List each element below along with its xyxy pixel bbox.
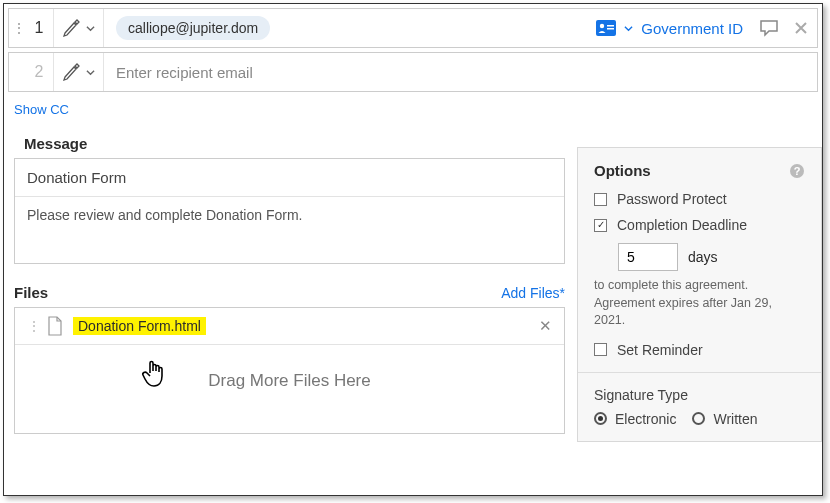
svg-text:?: ? (794, 165, 801, 177)
remove-recipient-icon[interactable] (785, 21, 817, 35)
drop-zone[interactable]: Drag More Files Here (15, 345, 564, 433)
set-reminder-option[interactable]: Set Reminder (594, 342, 805, 358)
show-cc-link[interactable]: Show CC (14, 102, 822, 117)
help-icon[interactable]: ? (789, 163, 805, 179)
divider (578, 372, 821, 373)
remove-file-icon[interactable]: ✕ (539, 317, 552, 335)
days-input[interactable] (618, 243, 678, 271)
file-icon (47, 316, 63, 336)
drag-handle-icon[interactable]: ⋮ (27, 318, 41, 334)
svg-rect-3 (607, 28, 614, 30)
checkbox-icon[interactable] (594, 193, 607, 206)
add-files-link[interactable]: Add Files* (501, 285, 565, 301)
drag-handle-icon[interactable]: ⋮ (9, 20, 25, 36)
chevron-down-icon (624, 24, 633, 33)
signature-type-label: Signature Type (594, 387, 805, 403)
email-pill[interactable]: calliope@jupiter.dom (116, 16, 270, 40)
files-box: ⋮ Donation Form.html ✕ Drag More Files H… (14, 307, 565, 434)
recipient-email-field[interactable]: Enter recipient email (104, 64, 817, 81)
radio-electronic[interactable] (594, 412, 607, 425)
recipient-number: 1 (25, 19, 53, 37)
svg-point-1 (600, 24, 604, 28)
deadline-hint-1: to complete this agreement. (594, 277, 805, 295)
checkbox-checked-icon[interactable] (594, 219, 607, 232)
pen-icon (62, 18, 82, 38)
signer-role-dropdown[interactable] (53, 53, 104, 91)
deadline-hint-2: Agreement expires after Jan 29, 2021. (594, 295, 805, 330)
recipient-row-1: ⋮ 1 calliope@jupiter.dom Government ID (8, 8, 818, 48)
file-name: Donation Form.html (73, 317, 206, 335)
pen-icon (62, 62, 82, 82)
signer-role-dropdown[interactable] (53, 9, 104, 47)
password-protect-option[interactable]: Password Protect (594, 191, 805, 207)
message-label: Message (24, 135, 565, 152)
message-body-input[interactable]: Please review and complete Donation Form… (15, 197, 564, 263)
checkbox-icon[interactable] (594, 343, 607, 356)
recipient-row-2: ⋮ 2 Enter recipient email (8, 52, 818, 92)
files-label: Files (14, 284, 48, 301)
chevron-down-icon (86, 68, 95, 77)
recipient-number: 2 (25, 63, 53, 81)
message-box: Donation Form Please review and complete… (14, 158, 565, 264)
recipient-email-field[interactable]: calliope@jupiter.dom (104, 16, 586, 40)
auth-method-label: Government ID (641, 20, 743, 37)
options-panel: Options ? Password Protect Completion De… (577, 147, 822, 442)
private-message-icon[interactable] (753, 19, 785, 37)
file-row[interactable]: ⋮ Donation Form.html ✕ (15, 308, 564, 345)
id-card-icon (596, 20, 616, 36)
radio-written[interactable] (692, 412, 705, 425)
options-title: Options (594, 162, 651, 179)
svg-rect-2 (607, 25, 614, 27)
completion-deadline-option[interactable]: Completion Deadline (594, 217, 805, 233)
subject-input[interactable]: Donation Form (15, 159, 564, 197)
days-unit: days (688, 249, 718, 265)
authentication-dropdown[interactable]: Government ID (586, 20, 753, 37)
chevron-down-icon (86, 24, 95, 33)
email-placeholder: Enter recipient email (116, 64, 253, 81)
